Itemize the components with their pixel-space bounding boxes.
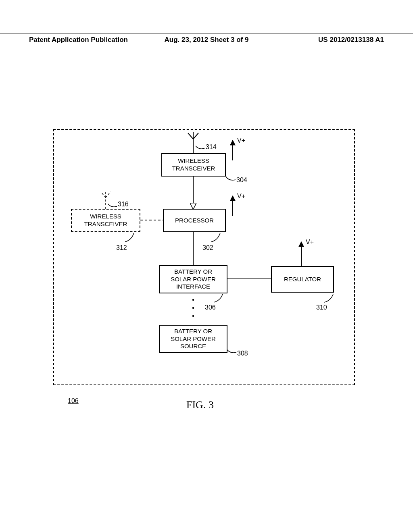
ref-312: 312	[116, 244, 127, 251]
ref-316: 316	[118, 201, 129, 208]
block-label: WIRELESS TRANSCEIVER	[172, 157, 215, 172]
block-processor: PROCESSOR	[163, 209, 226, 232]
ref-304: 304	[236, 177, 247, 184]
block-wireless-transceiver-1: WIRELESS TRANSCEIVER	[161, 153, 226, 177]
ref-106: 106	[68, 397, 79, 405]
label-vplus-1: V+	[237, 137, 245, 144]
block-label: WIRELESS TRANSCEIVER	[84, 213, 127, 228]
block-power-interface: BATTERY OR SOLAR POWER INTERFACE	[159, 265, 227, 293]
block-label: BATTERY OR SOLAR POWER INTERFACE	[171, 268, 216, 291]
diagram-canvas: WIRELESS TRANSCEIVER WIRELESS TRANSCEIVE…	[53, 129, 355, 395]
block-label: REGULATOR	[284, 276, 321, 283]
block-regulator: REGULATOR	[271, 266, 334, 293]
block-label: BATTERY OR SOLAR POWER SOURCE	[171, 328, 216, 350]
block-label: PROCESSOR	[175, 217, 214, 224]
ref-302: 302	[202, 244, 213, 251]
block-power-source: BATTERY OR SOLAR POWER SOURCE	[159, 325, 227, 353]
ref-308: 308	[237, 350, 248, 357]
ref-314: 314	[206, 143, 217, 151]
block-wireless-transceiver-2: WIRELESS TRANSCEIVER	[71, 209, 140, 232]
figure-caption: FIG. 3	[186, 399, 214, 411]
page-header: Patent Application Publication Aug. 23, …	[0, 33, 413, 44]
header-mid: Aug. 23, 2012 Sheet 3 of 9	[147, 36, 265, 44]
ref-310: 310	[316, 304, 327, 311]
ref-306: 306	[205, 304, 216, 311]
label-vplus-3: V+	[306, 239, 314, 246]
header-right: US 2012/0213138 A1	[266, 36, 384, 44]
header-left: Patent Application Publication	[29, 36, 147, 44]
label-vplus-2: V+	[237, 193, 245, 200]
